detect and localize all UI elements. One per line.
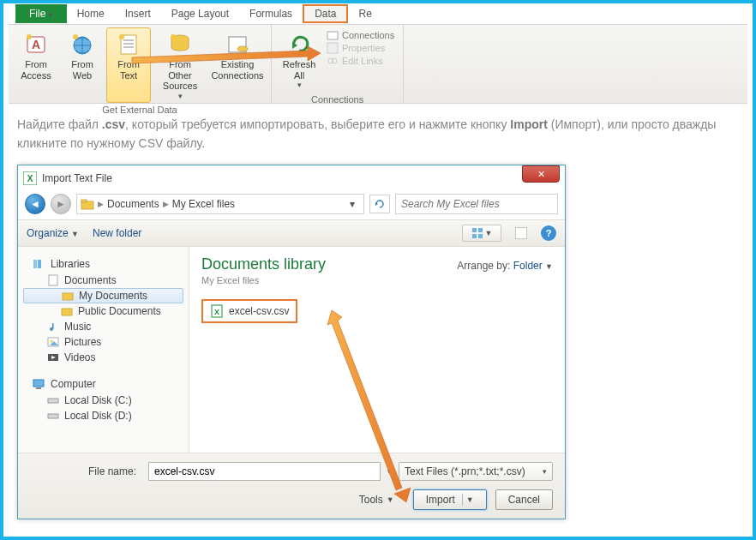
tab-review[interactable]: Re [348, 4, 381, 23]
preview-pane-button[interactable] [515, 227, 527, 239]
tree-local-d[interactable]: Local Disk (D:) [23, 408, 183, 423]
dialog-footer: File name: ▾ Text Files (*.prn;*.txt;*.c… [18, 453, 565, 519]
svg-point-11 [171, 34, 176, 39]
from-text-label: From Text [117, 59, 140, 81]
tab-file[interactable]: File ▾ [15, 4, 67, 23]
tree-libraries[interactable]: Libraries [23, 255, 183, 273]
refresh-location-button[interactable] [369, 195, 390, 213]
tree-pictures[interactable]: Pictures [23, 334, 183, 350]
tree-videos[interactable]: Videos [23, 350, 183, 365]
file-type-filter[interactable]: Text Files (*.prn;*.txt;*.csv)▾ [399, 462, 553, 481]
svg-rect-34 [52, 323, 54, 329]
cancel-button[interactable]: Cancel [495, 489, 553, 510]
file-name-label: File name: [30, 465, 141, 477]
crumb-my-excel-files[interactable]: My Excel files [172, 198, 235, 210]
svg-point-18 [332, 58, 337, 63]
arrange-by[interactable]: Arrange by: Folder ▼ [457, 260, 553, 272]
connections-button[interactable]: Connections [327, 29, 394, 41]
tab-home[interactable]: Home [67, 4, 115, 23]
refresh-all-button[interactable]: Refresh All ▾ [277, 27, 321, 93]
navigation-tree: Libraries Documents My Documents Public … [18, 247, 189, 453]
crumb-documents[interactable]: Documents [107, 198, 159, 210]
view-icon [471, 227, 483, 239]
svg-text:A: A [32, 38, 40, 51]
existing-connections-icon [224, 30, 251, 57]
excel-icon: X [23, 171, 37, 185]
tab-formulas[interactable]: Formulas [239, 4, 303, 23]
svg-rect-43 [48, 414, 58, 418]
chevron-down-icon[interactable]: ▾ [387, 467, 392, 476]
svg-point-9 [119, 34, 124, 39]
back-button[interactable]: ◄ [25, 194, 45, 214]
web-icon [69, 30, 96, 57]
content-subtitle: My Excel files [201, 275, 326, 285]
tab-page-layout[interactable]: Page Layout [161, 4, 239, 23]
tree-music[interactable]: Music [23, 319, 183, 334]
svg-rect-25 [478, 228, 483, 232]
tree-local-c[interactable]: Local Disk (C:) [23, 393, 183, 408]
import-button[interactable]: Import▼ [413, 489, 487, 510]
tab-data[interactable]: Data [303, 4, 348, 23]
content-pane: Documents library My Excel files Arrange… [189, 247, 565, 453]
doc-icon [47, 274, 59, 286]
tools-dropdown[interactable]: Tools ▼ [359, 494, 394, 506]
file-name-label: excel-csv.csv [229, 305, 289, 317]
from-other-sources-button[interactable]: From Other Sources ▾ [153, 27, 207, 103]
videos-icon [47, 351, 59, 363]
excel-file-icon: X [210, 304, 224, 318]
from-access-button[interactable]: A From Access [14, 27, 58, 103]
breadcrumb[interactable]: ▶ Documents ▶ My Excel files ▾ [76, 194, 364, 214]
file-excel-csv[interactable]: X excel-csv.csv [201, 299, 297, 323]
file-name-input[interactable] [148, 462, 381, 481]
from-text-button[interactable]: From Text [106, 27, 151, 103]
group-label-connections: Connections [277, 93, 398, 107]
folder-icon [81, 197, 94, 211]
folder-icon [62, 290, 74, 302]
svg-rect-16 [327, 43, 338, 53]
chevron-down-icon[interactable]: ▾ [345, 195, 360, 213]
close-button[interactable]: ✕ [522, 165, 560, 183]
refresh-icon [374, 198, 386, 210]
existing-connections-label: Existing Connections [211, 59, 263, 81]
view-mode-button[interactable]: ▼ [462, 225, 501, 242]
tree-documents[interactable]: Documents [23, 273, 183, 288]
group-connections: Refresh All ▾ Connections Properties Edi… [272, 25, 404, 103]
tab-insert[interactable]: Insert [115, 4, 161, 23]
libraries-icon [32, 257, 45, 271]
tree-public-documents[interactable]: Public Documents [23, 303, 183, 319]
svg-rect-15 [327, 32, 338, 39]
dialog-title: Import Text File [42, 172, 112, 184]
drive-icon [47, 410, 59, 422]
from-access-label: From Access [21, 59, 51, 81]
drive-icon [47, 394, 59, 406]
svg-rect-30 [49, 275, 57, 285]
svg-rect-27 [478, 234, 483, 238]
access-icon: A [22, 30, 50, 57]
existing-connections-button[interactable]: Existing Connections [209, 27, 266, 103]
music-icon [47, 321, 59, 333]
svg-text:X: X [27, 174, 33, 183]
svg-rect-40 [33, 380, 44, 387]
chevron-down-icon: ▾ [178, 92, 183, 100]
new-folder-button[interactable]: New folder [93, 227, 141, 239]
svg-rect-41 [36, 387, 41, 389]
svg-text:X: X [214, 308, 219, 316]
search-input[interactable] [395, 194, 558, 214]
group-get-external-data: A From Access From Web From Text From Ot… [9, 25, 272, 103]
ribbon: File ▾ Home Insert Page Layout Formulas … [9, 3, 747, 104]
from-web-button[interactable]: From Web [60, 27, 105, 103]
svg-rect-42 [48, 399, 58, 403]
svg-point-2 [27, 34, 32, 39]
folder-icon [61, 305, 73, 317]
tree-my-documents[interactable]: My Documents [23, 288, 183, 303]
svg-point-36 [51, 340, 53, 343]
help-button[interactable]: ? [541, 225, 556, 241]
text-file-icon [115, 30, 142, 57]
ribbon-body: A From Access From Web From Text From Ot… [9, 24, 747, 103]
tree-computer[interactable]: Computer [23, 375, 183, 393]
organize-dropdown[interactable]: Organize ▼ [27, 227, 79, 239]
svg-rect-24 [472, 228, 477, 232]
dialog-toolbar: Organize ▼ New folder ▼ ? [18, 219, 565, 247]
pictures-icon [47, 336, 59, 348]
from-other-label: From Other Sources [157, 59, 203, 92]
